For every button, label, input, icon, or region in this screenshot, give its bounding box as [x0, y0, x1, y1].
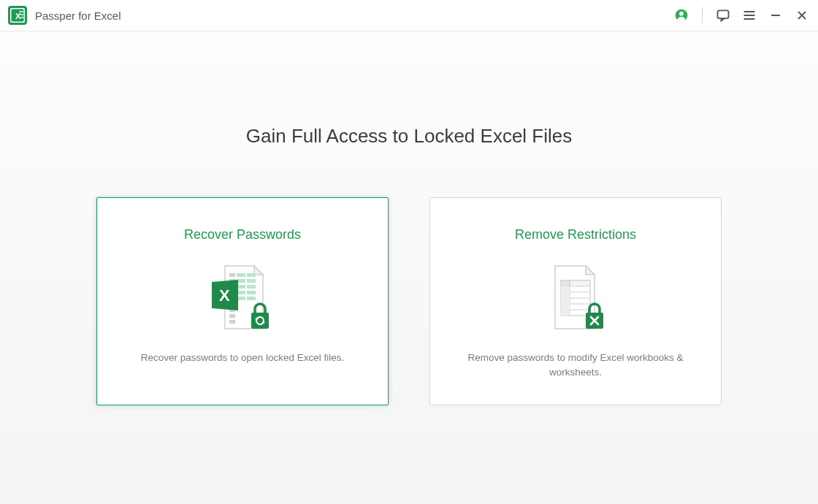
- remove-card-title: Remove Restrictions: [515, 227, 636, 243]
- remove-restrictions-card[interactable]: Remove Restrictions: [429, 197, 722, 405]
- svg-rect-35: [229, 314, 235, 318]
- titlebar-controls: [674, 7, 809, 23]
- svg-rect-9: [718, 10, 729, 18]
- recover-passwords-icon: X: [206, 261, 279, 335]
- svg-rect-55: [561, 304, 570, 310]
- separator: [702, 7, 703, 23]
- svg-rect-52: [561, 286, 570, 292]
- svg-rect-19: [237, 273, 245, 277]
- svg-rect-6: [19, 17, 24, 18]
- svg-rect-18: [229, 273, 235, 277]
- account-icon[interactable]: [674, 8, 689, 23]
- svg-point-8: [679, 12, 684, 16]
- svg-rect-54: [561, 298, 570, 304]
- svg-rect-56: [561, 310, 570, 316]
- svg-rect-20: [247, 273, 256, 277]
- svg-rect-26: [247, 285, 256, 289]
- page-headline: Gain Full Access to Locked Excel Files: [246, 125, 573, 148]
- svg-rect-32: [247, 297, 256, 300]
- svg-rect-23: [247, 279, 256, 283]
- feedback-icon[interactable]: [716, 8, 730, 23]
- svg-rect-39: [251, 313, 269, 329]
- recover-card-desc: Recover passwords to open locked Excel f…: [141, 351, 344, 365]
- app-logo-icon: X: [7, 5, 28, 26]
- svg-rect-5: [19, 14, 24, 15]
- svg-rect-36: [229, 320, 235, 324]
- svg-rect-4: [19, 11, 24, 12]
- svg-rect-53: [561, 292, 570, 298]
- svg-text:X: X: [15, 12, 21, 20]
- svg-rect-46: [570, 280, 590, 286]
- option-cards: Recover Passwords: [96, 197, 722, 405]
- close-button[interactable]: [795, 8, 809, 23]
- svg-marker-43: [586, 266, 595, 275]
- recover-card-title: Recover Passwords: [184, 227, 301, 243]
- svg-rect-29: [247, 291, 256, 294]
- svg-rect-45: [561, 280, 570, 286]
- remove-card-desc: Remove passwords to modify Excel workboo…: [452, 351, 699, 381]
- remove-restrictions-icon: [539, 261, 612, 335]
- minimize-button[interactable]: [768, 8, 783, 23]
- titlebar: X Passper for Excel: [0, 0, 818, 31]
- svg-text:X: X: [219, 286, 230, 305]
- menu-icon[interactable]: [742, 8, 757, 23]
- main-content: Gain Full Access to Locked Excel Files R…: [0, 31, 818, 504]
- app-title: Passper for Excel: [35, 9, 674, 22]
- recover-passwords-card[interactable]: Recover Passwords: [96, 197, 389, 405]
